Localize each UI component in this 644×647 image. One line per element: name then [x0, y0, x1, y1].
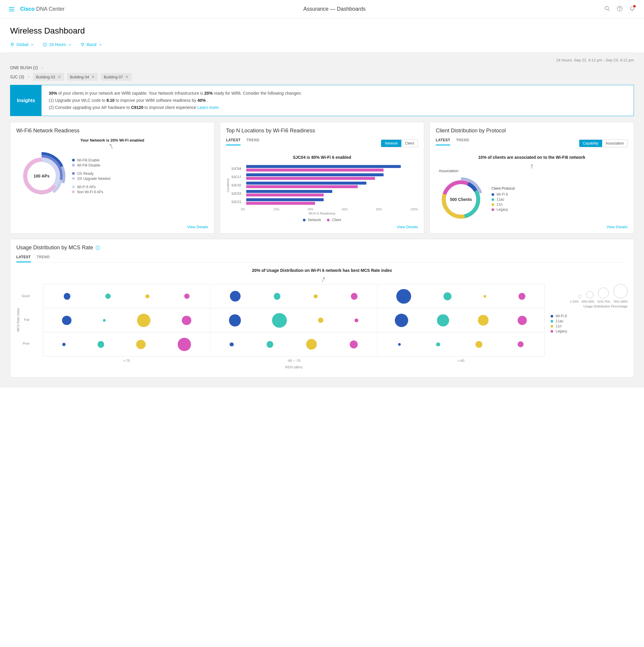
tab-latest[interactable]: LATEST [16, 255, 31, 262]
chevron-left-icon [27, 75, 30, 78]
location-row-1[interactable]: ONE BUSH (2) [10, 65, 634, 70]
chevron-down-icon [68, 43, 72, 47]
filter-bar: Global 24 Hours Band [10, 42, 634, 53]
view-details-link[interactable]: View Details [16, 225, 208, 229]
svg-point-25 [98, 246, 98, 247]
chevron-down-icon [98, 43, 103, 47]
svg-point-0 [605, 6, 609, 10]
bell-icon[interactable] [629, 6, 635, 12]
size-legend [551, 284, 628, 298]
svg-text:500 Clients: 500 Clients [450, 197, 472, 202]
toggle-capability[interactable]: Capability [579, 140, 602, 147]
svg-point-4 [12, 44, 13, 45]
tab-latest[interactable]: LATEST [226, 138, 241, 145]
tab-trend[interactable]: TREND [246, 138, 259, 145]
svg-line-1 [608, 9, 610, 11]
view-details-link[interactable]: View Details [226, 225, 418, 229]
chip-building-04[interactable]: Building 04✕ [67, 73, 98, 81]
toggle-network-client[interactable]: Network Client [381, 140, 418, 147]
page-title: Wireless Dashboard [10, 26, 634, 35]
chevron-right-icon [41, 66, 44, 69]
brand-bold: Cisco [20, 6, 35, 12]
chip-building-07[interactable]: Building 07✕ [101, 73, 132, 81]
insights-banner: Insights 30% of your clients in your net… [10, 85, 634, 116]
toggle-capability-association[interactable]: Capability Association [579, 140, 628, 147]
info-icon[interactable] [95, 245, 100, 250]
location-row-2: SJC (3) Building 03✕ Building 04✕ Buildi… [10, 73, 634, 81]
view-details-link[interactable]: View Details [436, 225, 628, 229]
toggle-association[interactable]: Association [602, 140, 627, 147]
insights-body: 30% of your clients in your network are … [42, 85, 309, 116]
chip-building-03[interactable]: Building 03✕ [33, 73, 64, 81]
tab-latest[interactable]: LATEST [436, 138, 450, 145]
pin-icon [10, 43, 14, 47]
mcs-bubble-chart [43, 284, 545, 356]
chevron-down-icon [30, 43, 34, 47]
client-legend: Client Protocol Wi-Fi 6 11ac 11n Legacy [491, 187, 515, 213]
brand-rest: DNA Center [36, 6, 65, 12]
card-title: Top N Locations by Wi-Fi6 Readiness [226, 128, 418, 134]
svg-point-3 [620, 10, 620, 10]
card-title: Usage Distribution by MCS Rate [16, 244, 93, 251]
arrow-icon [108, 144, 117, 150]
filter-location[interactable]: Global [10, 42, 34, 47]
insights-label: Insights [10, 85, 42, 116]
tab-trend[interactable]: TREND [37, 255, 50, 262]
card-title: Client Distribution by Protocol [436, 128, 628, 134]
card-top-locations: Top N Locations by Wi-Fi6 Readiness LATE… [220, 122, 424, 233]
close-icon[interactable]: ✕ [125, 74, 129, 79]
readiness-donut-chart: 100 APs [16, 151, 67, 201]
learn-more-link[interactable]: Learn more [197, 105, 219, 110]
card-wifi6-readiness: Wi-Fi6 Network Readiness Your Network is… [10, 122, 215, 233]
filter-band[interactable]: Band [80, 42, 103, 47]
hamburger-icon[interactable] [9, 7, 14, 11]
brand: Cisco DNA Center [20, 6, 65, 12]
tab-trend[interactable]: TREND [456, 138, 469, 145]
mcs-legend: Wi-Fi 6 11ac 11n Legacy [551, 314, 628, 333]
time-range: 24 Hours: Sep 22, 4:12 pm - Sep 23, 4:12… [10, 58, 634, 62]
close-icon[interactable]: ✕ [58, 74, 61, 79]
funnel-icon [80, 43, 85, 47]
toggle-network[interactable]: Network [381, 140, 401, 147]
top-bar: Cisco DNA Center Assurance — Dashboards [0, 0, 644, 18]
top-locations-bar-chart: SJC04 SJC17 SJC32 SJC03 SJC21 [231, 164, 418, 207]
card-title: Wi-Fi6 Network Readiness [16, 128, 208, 134]
filter-time[interactable]: 24 Hours [43, 42, 72, 47]
close-icon[interactable]: ✕ [91, 74, 95, 79]
toggle-client[interactable]: Client [401, 140, 418, 147]
card-usage-mcs: Usage Distribution by MCS Rate LATEST TR… [10, 239, 634, 377]
svg-line-26 [322, 278, 324, 282]
readiness-legend: Wi-Fi6 Enable Wi-Fi6 Disable OS Ready OS… [72, 157, 110, 195]
breadcrumb: Assurance — Dashboards [65, 6, 604, 12]
clock-icon [43, 43, 47, 47]
arrow-icon [318, 277, 327, 283]
search-icon[interactable] [604, 6, 610, 12]
card-client-distribution: Client Distribution by Protocol LATEST T… [429, 122, 634, 233]
client-donut-chart: 500 Clients [436, 174, 486, 225]
help-icon[interactable] [617, 6, 623, 12]
svg-text:100 APs: 100 APs [33, 173, 50, 178]
